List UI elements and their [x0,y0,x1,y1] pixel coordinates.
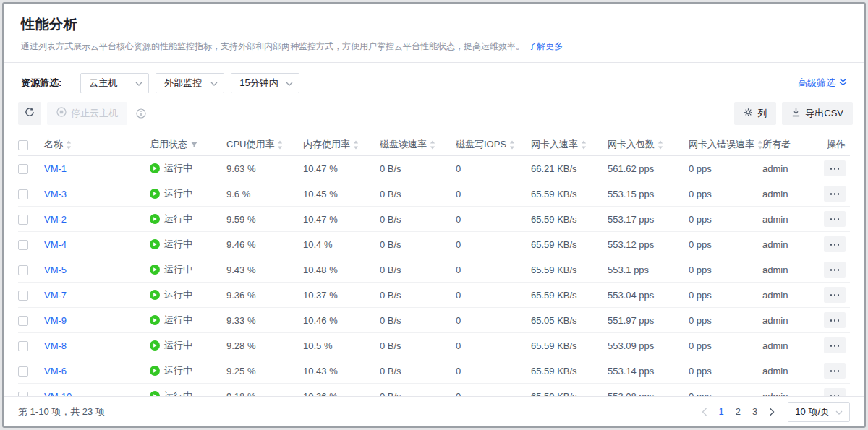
column-header[interactable]: 内存使用率 [303,134,380,156]
stop-vm-label: 停止云主机 [71,107,118,120]
running-status-icon [150,189,160,199]
ellipsis-icon [830,294,833,296]
resource-type-select[interactable]: 云主机 [80,73,149,93]
column-header[interactable]: 所有者 [762,134,823,156]
net-in-rate-cell: 65.59 KB/s [531,283,608,308]
column-header[interactable]: 网卡入错误速率 [689,134,762,156]
column-header[interactable]: 磁盘写IOPS [456,134,531,156]
row-checkbox[interactable] [18,265,28,275]
vm-name-link[interactable]: VM-6 [44,366,67,377]
time-range-value: 15分钟内 [239,77,278,90]
refresh-button[interactable] [18,102,41,125]
stop-vm-button[interactable]: 停止云主机 [47,102,127,125]
time-range-select[interactable]: 15分钟内 [231,73,299,93]
row-checkbox[interactable] [18,189,28,199]
disk-read-cell: 0 B/s [380,181,456,207]
running-status-icon [150,315,160,325]
monitor-mode-select[interactable]: 外部监控 [156,73,224,93]
select-all-checkbox[interactable] [18,140,28,150]
row-actions-button[interactable] [824,312,846,328]
row-actions-button[interactable] [824,363,846,379]
column-header[interactable]: 操作 [823,134,850,156]
vm-table: 名称 启用状态 CPU使用率 内存使用率 磁盘读速率 磁盘写IOPS [18,134,850,396]
row-actions-button[interactable] [824,262,846,278]
sort-icon[interactable] [353,140,359,150]
vm-name-link[interactable]: VM-4 [44,239,67,250]
vm-name-link[interactable]: VM-10 [44,391,72,396]
table-row: VM-10 运行中 9.18 % 10.36 % 0 B/s 0 65.59 K… [18,384,850,396]
row-actions-button[interactable] [824,287,846,303]
row-actions-button[interactable] [824,160,846,176]
column-label: 网卡入包数 [608,138,655,151]
status-badge: 运行中 [150,187,192,200]
net-in-errors-cell: 0 pps [689,232,762,257]
info-icon[interactable] [136,108,146,119]
vm-name-link[interactable]: VM-9 [44,315,67,326]
column-header[interactable]: CPU使用率 [226,134,303,156]
page-number-3[interactable]: 3 [752,406,757,417]
prev-page-button[interactable] [702,408,707,416]
page-numbers: 123 [719,406,758,417]
row-actions-button[interactable] [824,236,846,252]
owner-cell: admin [762,283,823,308]
ellipsis-icon [830,370,833,372]
sort-icon[interactable] [430,140,435,150]
vm-name-link[interactable]: VM-7 [44,290,67,301]
disk-write-iops-cell: 0 [456,333,531,358]
vm-name-link[interactable]: VM-5 [44,265,67,275]
next-page-button[interactable] [769,408,775,416]
table-row: VM-7 运行中 9.36 % 10.37 % 0 B/s 0 65.59 KB… [18,283,850,308]
export-csv-button[interactable]: 导出CSV [782,102,853,125]
vm-name-link[interactable]: VM-1 [44,163,67,174]
net-in-packets-cell: 553.09 pps [608,333,689,358]
column-header[interactable]: 网卡入速率 [531,134,608,156]
table-head-row: 名称 启用状态 CPU使用率 内存使用率 磁盘读速率 磁盘写IOPS [18,134,850,156]
learn-more-link[interactable]: 了解更多 [528,41,563,51]
owner-cell: admin [762,358,823,384]
row-actions-button[interactable] [824,337,846,353]
net-in-packets-cell: 553.12 pps [608,232,689,257]
row-actions-button[interactable] [824,211,846,227]
ellipsis-icon [830,168,833,170]
row-checkbox[interactable] [18,240,28,250]
memory-usage-cell: 10.48 % [303,257,380,283]
disk-read-cell: 0 B/s [380,358,456,384]
column-header[interactable]: 网卡入包数 [608,134,689,156]
disk-write-iops-cell: 0 [456,232,531,257]
row-checkbox[interactable] [18,366,28,377]
status-badge: 运行中 [150,162,192,175]
running-status-icon [150,214,160,224]
disk-read-cell: 0 B/s [380,257,456,283]
row-checkbox[interactable] [18,291,28,301]
advanced-filter-link[interactable]: 高级筛选 [798,77,847,90]
status-label: 运行中 [164,212,192,225]
sort-icon[interactable] [581,140,587,150]
net-in-rate-cell: 65.59 KB/s [531,232,608,257]
page-number-1[interactable]: 1 [719,406,724,417]
row-actions-button[interactable] [824,388,846,396]
row-checkbox[interactable] [18,341,28,351]
page-size-select[interactable]: 10 项/页 [788,402,850,422]
column-header[interactable]: 磁盘读速率 [380,134,456,156]
vm-name-link[interactable]: VM-3 [44,189,67,199]
column-header[interactable]: 名称 [44,134,150,156]
net-in-errors-cell: 0 pps [689,358,762,384]
sort-icon[interactable] [658,140,663,150]
vm-name-link[interactable]: VM-8 [44,340,67,351]
page-number-2[interactable]: 2 [736,406,741,417]
vm-name-link[interactable]: VM-2 [44,214,67,225]
row-checkbox[interactable] [18,316,28,326]
sort-icon[interactable] [66,140,72,150]
sort-icon[interactable] [277,140,283,150]
filter-icon[interactable] [190,141,198,149]
sort-icon[interactable] [509,140,515,150]
column-header[interactable]: 启用状态 [150,134,226,156]
disk-write-iops-cell: 0 [456,283,531,308]
double-chevron-down-icon [839,77,847,88]
row-checkbox[interactable] [18,215,28,225]
ellipsis-icon [830,244,833,246]
row-actions-button[interactable] [824,186,846,202]
memory-usage-cell: 10.36 % [303,384,380,396]
row-checkbox[interactable] [18,164,28,174]
columns-button[interactable]: 列 [734,102,776,125]
